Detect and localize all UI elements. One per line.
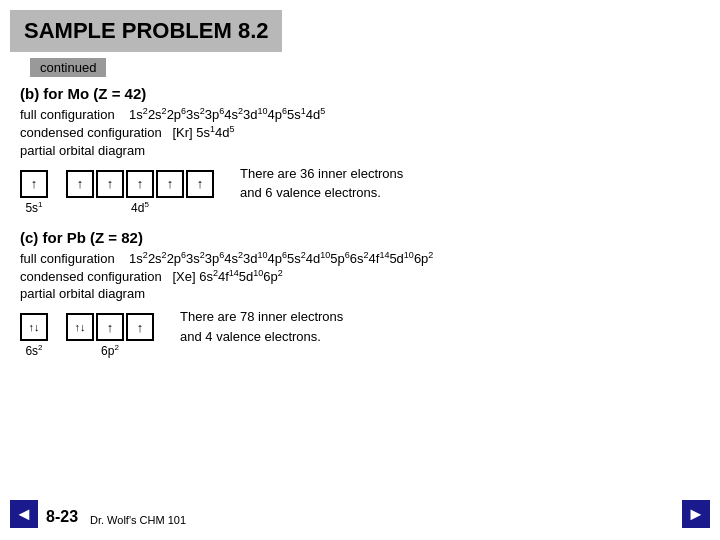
- page-number: 8-23: [46, 508, 78, 526]
- section-b-title: (b) for Mo (Z = 42): [20, 85, 700, 102]
- orbital-diagram-c: ↑↓ 6s2 ↑↓ ↑ ↑ 6p2: [20, 305, 170, 362]
- orbital-box-6p-3: ↑: [126, 313, 154, 341]
- orbital-box-6p-1: ↑↓: [66, 313, 94, 341]
- footer-course: Dr. Wolf's CHM 101: [90, 514, 186, 526]
- section-c-partial-label: partial orbital diagram: [20, 286, 700, 301]
- orbital-box-4d-4: ↑: [156, 170, 184, 198]
- orbital-box-4d-1: ↑: [66, 170, 94, 198]
- orbital-label-6s: 6s2: [25, 343, 42, 358]
- continued-label: continued: [30, 58, 106, 77]
- nav-left-icon: ◄: [15, 504, 33, 525]
- header-bar: SAMPLE PROBLEM 8.2: [10, 10, 282, 52]
- orbital-label-4d: 4d5: [131, 200, 149, 215]
- note-c: There are 78 inner electrons and 4 valen…: [180, 305, 700, 346]
- nav-left-button[interactable]: ◄: [10, 500, 38, 528]
- orbital-label-6p: 6p2: [101, 343, 119, 358]
- note-b: There are 36 inner electrons and 6 valen…: [240, 162, 700, 203]
- orbital-diagram-b: ↑ 5s1 ↑ ↑ ↑ ↑ ↑: [20, 162, 230, 219]
- section-c-full-config: full configuration 1s22s22p63s23p64s23d1…: [20, 250, 700, 266]
- orbital-box-6p-2: ↑: [96, 313, 124, 341]
- header-title: SAMPLE PROBLEM 8.2: [24, 18, 268, 43]
- orbital-label-5s: 5s1: [25, 200, 42, 215]
- section-b-partial-label: partial orbital diagram: [20, 143, 700, 158]
- section-b-full-config: full configuration 1s22s22p63s23p64s23d1…: [20, 106, 700, 122]
- orbital-box-4d-3: ↑: [126, 170, 154, 198]
- section-c-condensed: condensed configuration [Xe] 6s24f145d10…: [20, 268, 700, 284]
- nav-right-button[interactable]: ►: [682, 500, 710, 528]
- section-c-title: (c) for Pb (Z = 82): [20, 229, 700, 246]
- orbital-box-6s-1: ↑↓: [20, 313, 48, 341]
- section-b-condensed: condensed configuration [Kr] 5s14d5: [20, 124, 700, 140]
- orbital-box-4d-2: ↑: [96, 170, 124, 198]
- orbital-box-5s-1: ↑: [20, 170, 48, 198]
- nav-right-icon: ►: [687, 504, 705, 525]
- orbital-box-4d-5: ↑: [186, 170, 214, 198]
